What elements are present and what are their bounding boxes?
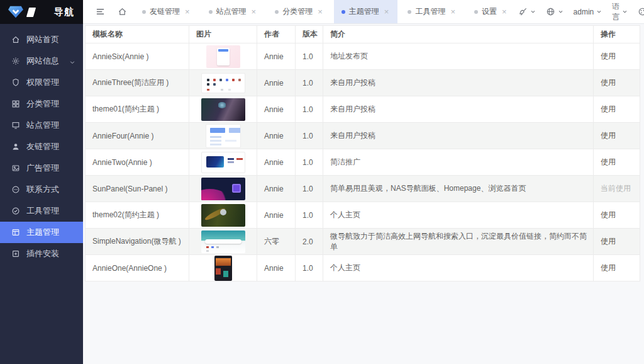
sidebar-item-sites[interactable]: 站点管理 xyxy=(0,115,83,136)
use-theme-button[interactable]: 使用 xyxy=(601,210,616,219)
themes-table: 模板名称 图片 作者 版本 简介 操作 AnnieSix(Annie ) Ann… xyxy=(85,25,640,282)
use-theme-button[interactable]: 使用 xyxy=(601,105,616,113)
theme-thumbnail xyxy=(201,98,245,121)
sidebar-item-plugins[interactable]: 插件安装 xyxy=(0,243,83,264)
home-tab-icon[interactable] xyxy=(113,0,132,23)
chevron-down-icon xyxy=(558,9,564,14)
theme-version: 1.0 xyxy=(296,176,323,202)
table-row: AnnieSix(Annie ) Annie 1.0 地址发布页 使用 xyxy=(86,43,640,70)
logo-wedge-shape xyxy=(26,8,36,17)
tab-settings[interactable]: 设置 × xyxy=(467,0,516,23)
theme-version: 2.0 xyxy=(296,229,323,255)
theme-version: 1.0 xyxy=(296,70,323,96)
table-row: AnnieThree(简洁应用 ) Annie 1.0 来自用户投稿 使用 xyxy=(86,70,640,96)
chevron-down-icon xyxy=(69,58,75,67)
table-row: AnnieTwo(Annie ) Annie 1.0 简洁推广 使用 xyxy=(86,149,640,176)
sidebar-item-themes[interactable]: 主题管理 xyxy=(0,222,83,243)
sidebar-item-ads[interactable]: 广告管理 xyxy=(0,157,83,179)
tab-tools[interactable]: 工具管理 × xyxy=(400,0,464,23)
user-icon xyxy=(11,142,20,151)
language-dropdown[interactable]: 语言 xyxy=(612,1,628,23)
table-header-row: 模板名称 图片 作者 版本 简介 操作 xyxy=(86,26,640,43)
tab-friend-links[interactable]: 友链管理 × xyxy=(135,0,199,23)
sidebar-item-permissions[interactable]: 权限管理 xyxy=(0,72,83,93)
tab-dot xyxy=(408,10,411,14)
theme-desc: 来自用户投稿 xyxy=(323,123,594,149)
tab-categories[interactable]: 分类管理 × xyxy=(267,0,331,23)
use-theme-button[interactable]: 使用 xyxy=(601,78,616,87)
tab-dot xyxy=(341,10,345,14)
user-dropdown[interactable]: admin xyxy=(574,8,602,16)
tab-dot xyxy=(209,10,213,14)
chevron-down-icon xyxy=(596,9,602,14)
theme-thumbnail xyxy=(201,152,245,173)
topbar-right: admin 语言 xyxy=(518,1,644,23)
theme-name: AnnieOne(AnnieOne ) xyxy=(86,255,189,282)
theme-name: SimpleNavigation(微导航 ) xyxy=(86,229,189,255)
table-row: SimpleNavigation(微导航 ) 六零 2.0 微导航致力于简洁高效… xyxy=(86,229,640,255)
gem-logo-icon xyxy=(8,5,24,19)
close-icon[interactable]: × xyxy=(449,7,457,16)
col-header-image: 图片 xyxy=(189,26,257,43)
chevron-down-icon xyxy=(622,9,628,14)
sidebar-item-site-home[interactable]: 网站首页 xyxy=(0,29,83,50)
layout-icon xyxy=(11,228,20,237)
table-row: AnnieFour(Annie ) Annie 1.0 来自用户投稿 使用 xyxy=(86,123,640,149)
theme-thumbnail xyxy=(201,204,245,227)
theme-author: 六零 xyxy=(257,229,296,255)
close-icon[interactable]: × xyxy=(316,7,324,16)
theme-thumbnail xyxy=(214,256,232,281)
theme-thumbnail xyxy=(206,124,241,148)
sidebar-item-tools[interactable]: 工具管理 xyxy=(0,200,83,222)
theme-desc: 地址发布页 xyxy=(323,43,594,70)
theme-version: 1.0 xyxy=(296,123,323,149)
sidebar: 导航 网站首页 网站信息 权限管理 分类管理 站点管理 xyxy=(0,0,83,364)
language-label: 语言 xyxy=(612,1,619,23)
theme-desc: 简洁推广 xyxy=(323,149,594,176)
sidebar-nav: 网站首页 网站信息 权限管理 分类管理 站点管理 友链管理 xyxy=(0,24,83,264)
site-icon xyxy=(11,121,20,130)
table-row: theme01(简约主题 ) Annie 1.0 来自用户投稿 使用 xyxy=(86,96,640,123)
close-icon[interactable]: × xyxy=(184,7,191,16)
theme-desc: 来自用户投稿 xyxy=(323,96,594,123)
tab-themes[interactable]: 主题管理 × xyxy=(334,0,398,23)
theme-author: Annie xyxy=(257,43,296,70)
theme-palette-icon[interactable] xyxy=(638,7,644,16)
theme-desc: 来自用户投稿 xyxy=(323,70,594,96)
sidebar-item-contact[interactable]: 联系方式 xyxy=(0,179,83,200)
close-icon[interactable]: × xyxy=(501,7,508,16)
theme-author: Annie xyxy=(257,96,296,123)
clear-cache-dropdown[interactable] xyxy=(518,7,536,16)
tab-sites[interactable]: 站点管理 × xyxy=(201,0,265,23)
use-theme-button[interactable]: 使用 xyxy=(601,237,616,246)
globe-icon xyxy=(546,7,555,16)
theme-author: Annie xyxy=(257,176,296,202)
sidebar-item-friend-links[interactable]: 友链管理 xyxy=(0,136,83,157)
check-circle-icon xyxy=(11,207,20,215)
theme-name: theme02(简约主题 ) xyxy=(86,202,189,229)
use-theme-button[interactable]: 使用 xyxy=(601,131,616,140)
site-links-dropdown[interactable] xyxy=(546,7,564,16)
theme-desc: 微导航致力于简洁高效上网导航和搜索入口，沉淀最具价值链接，简约而不简单 xyxy=(323,229,594,255)
use-theme-button[interactable]: 使用 xyxy=(601,157,616,166)
use-theme-button[interactable]: 使用 xyxy=(601,52,616,60)
theme-version: 1.0 xyxy=(296,96,323,123)
theme-thumbnail xyxy=(201,230,245,253)
theme-author: Annie xyxy=(257,202,296,229)
sidebar-item-categories[interactable]: 分类管理 xyxy=(0,93,83,115)
logo: 导航 xyxy=(0,0,83,24)
use-theme-button[interactable]: 使用 xyxy=(601,263,616,272)
theme-author: Annie xyxy=(257,123,296,149)
shield-icon xyxy=(11,78,20,87)
current-theme-status: 当前使用 xyxy=(601,184,631,193)
collapse-menu-icon[interactable] xyxy=(91,0,110,23)
theme-name: AnnieThree(简洁应用 ) xyxy=(86,70,189,96)
close-icon[interactable]: × xyxy=(250,7,258,16)
close-icon[interactable]: × xyxy=(383,7,391,16)
tab-dot xyxy=(142,10,146,14)
content-area: 模板名称 图片 作者 版本 简介 操作 AnnieSix(Annie ) Ann… xyxy=(83,24,644,364)
theme-desc: 简单易用且美观，NAS导航面板、Homepage、浏览器首页 xyxy=(323,176,594,202)
sidebar-item-site-info[interactable]: 网站信息 xyxy=(0,50,83,72)
app-window: 导航 网站首页 网站信息 权限管理 分类管理 站点管理 xyxy=(0,0,644,364)
theme-desc: 个人主页 xyxy=(323,202,594,229)
